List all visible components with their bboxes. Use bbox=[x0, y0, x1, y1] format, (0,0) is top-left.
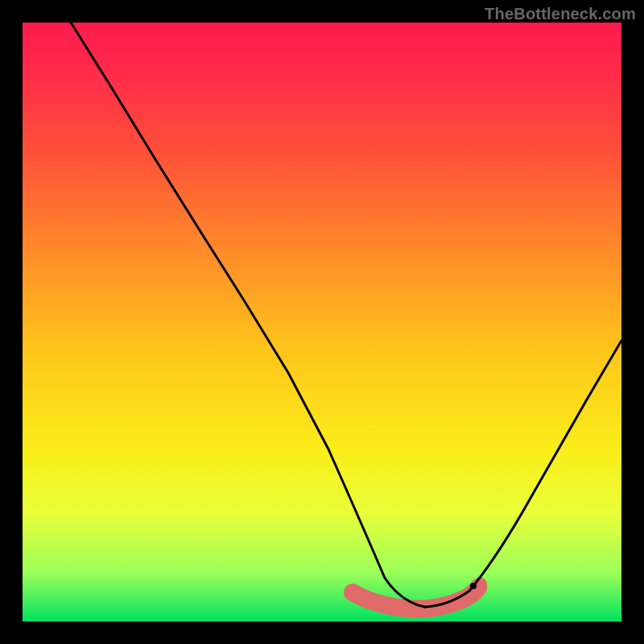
black-min-dot bbox=[470, 583, 477, 589]
chart-frame: TheBottleneck.com bbox=[0, 0, 644, 644]
watermark-text: TheBottleneck.com bbox=[485, 5, 636, 23]
black-curve-left bbox=[71, 23, 425, 607]
plot-area bbox=[23, 23, 621, 621]
black-curve-right bbox=[425, 341, 621, 607]
curve-svg bbox=[23, 23, 621, 621]
